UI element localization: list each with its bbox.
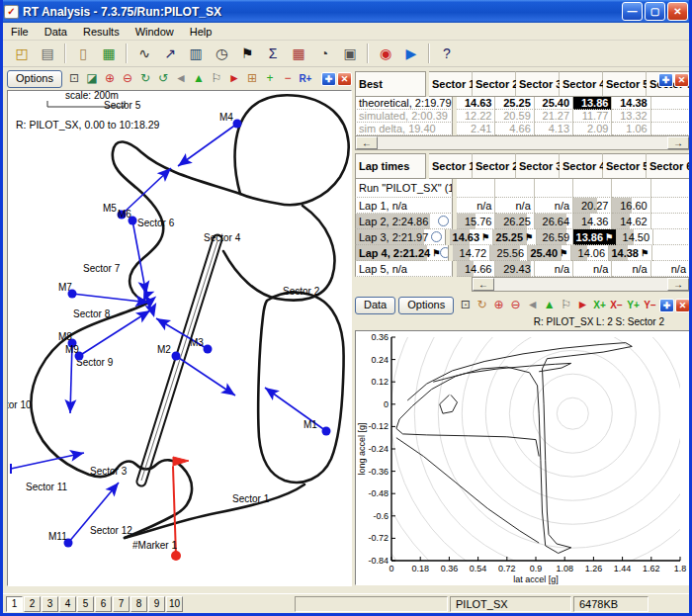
row-label[interactable]: Run "PILOT_SX" (10:18.29) (355, 179, 453, 198)
map-window-icon[interactable]: ▦ (97, 43, 121, 64)
column-header-sector-3[interactable]: Sector 3 (516, 71, 560, 97)
track-icon[interactable]: ∿ (132, 43, 156, 64)
hscrollbar[interactable]: ←→ (355, 135, 690, 150)
rotate-icon[interactable]: ↻ (474, 297, 490, 314)
x-minus-icon[interactable]: X− (608, 297, 625, 314)
flag-marker-icon[interactable]: ⚐ (558, 297, 574, 314)
stopwatch-icon[interactable]: ◷ (210, 43, 233, 64)
status-tab-5[interactable]: 5 (77, 596, 94, 612)
zoom-out-icon[interactable]: ⊖ (507, 297, 524, 314)
row-label[interactable]: theoretical, 2:19.79 (355, 97, 453, 110)
status-tab-10[interactable]: 10 (166, 596, 183, 612)
status-tab-9[interactable]: 9 (148, 596, 165, 612)
column-header-sector-3[interactable]: Sector 3 (516, 153, 560, 179)
marker-up-icon[interactable]: ▲ (190, 70, 208, 88)
close-panel-button[interactable]: ✕ (675, 299, 690, 312)
column-header-sector-1[interactable]: Sector 1 (429, 71, 473, 97)
next-marker-icon[interactable]: ► (225, 70, 243, 88)
row-label[interactable]: Lap 5, n/a (355, 261, 453, 277)
marker-up-icon[interactable]: ▲ (541, 297, 558, 314)
scroll-right-button[interactable]: → (667, 136, 689, 149)
title-bar[interactable]: ✓ RT Analysis - 7.3.75/Run:PILOT_SX — ▢ … (0, 0, 692, 23)
column-header-sector-5[interactable]: Sector 5 (603, 71, 647, 97)
status-tab-4[interactable]: 4 (59, 596, 76, 612)
column-header-sector-2[interactable]: Sector 2 (473, 71, 516, 97)
column-header-sector-1[interactable]: Sector 1 (429, 153, 473, 179)
status-tab-3[interactable]: 3 (42, 596, 58, 612)
scroll-left-button[interactable]: ← (473, 278, 494, 291)
table-icon[interactable]: ▦ (287, 43, 310, 64)
row-radio[interactable] (440, 247, 449, 258)
column-header-sector-6[interactable]: Sector 6 (647, 153, 690, 179)
row-label[interactable]: Lap 4, 2:21.24⚑ (355, 245, 449, 261)
status-tab-7[interactable]: 7 (113, 596, 130, 612)
scroll-right-button[interactable]: → (667, 278, 689, 291)
column-header-sector-4[interactable]: Sector 4 (560, 153, 603, 179)
finish-flag-icon[interactable]: ⚑ (235, 43, 259, 64)
zoom-out-icon[interactable]: ⊖ (119, 70, 136, 88)
y-minus-icon[interactable]: Y− (642, 297, 658, 314)
menu-data[interactable]: Data (37, 24, 75, 40)
marker-dot[interactable] (204, 345, 213, 354)
x-plus-icon[interactable]: X+ (591, 297, 608, 314)
marker-dot[interactable] (172, 352, 181, 361)
prev-marker-icon[interactable]: ◄ (172, 70, 190, 88)
pan-track-icon[interactable]: ◪ (83, 70, 101, 88)
menu-window[interactable]: Window (128, 24, 182, 40)
play-icon[interactable]: ▶ (399, 43, 423, 64)
rotate-cw-icon[interactable]: ↻ (136, 70, 154, 88)
row-label[interactable]: sim delta, 19.40 (355, 123, 453, 135)
row-radio[interactable] (431, 231, 442, 242)
clipboard-icon[interactable]: ▯ (71, 43, 95, 64)
status-tab-2[interactable]: 2 (24, 596, 41, 612)
node-add-icon[interactable]: + (261, 70, 279, 88)
close-button[interactable]: ✕ (667, 2, 688, 21)
gg-plot[interactable]: 00.180.360.540.720.91.081.261.441.621.80… (355, 330, 690, 585)
node-remove-icon[interactable]: − (279, 70, 297, 88)
next-marker-icon[interactable]: ► (574, 297, 591, 314)
map-options-button[interactable]: Options (7, 70, 62, 88)
status-tab-6[interactable]: 6 (95, 596, 112, 612)
flag-marker-icon[interactable]: ⚐ (208, 70, 225, 88)
gg-options-button[interactable]: Options (398, 297, 454, 314)
close-panel-button[interactable]: ✕ (337, 72, 352, 86)
hscrollbar[interactable]: ←→ (472, 277, 690, 292)
close-panel-button[interactable]: ✕ (674, 73, 689, 87)
status-tab-8[interactable]: 8 (130, 596, 147, 612)
time-chart-icon[interactable]: ◔ (312, 43, 336, 64)
move-panel-button[interactable]: ✚ (658, 73, 673, 87)
move-panel-button[interactable]: ✚ (659, 299, 674, 312)
open-icon[interactable]: ◰ (10, 43, 34, 64)
marker-dot[interactable] (233, 120, 242, 129)
move-panel-button[interactable]: ✚ (321, 72, 336, 86)
print-icon[interactable]: ▤ (36, 43, 59, 64)
sigma-icon[interactable]: Σ (261, 43, 285, 64)
column-header-sector-5[interactable]: Sector 5 (603, 153, 647, 179)
y-plus-icon[interactable]: Y+ (625, 297, 642, 314)
scroll-left-button[interactable]: ← (356, 136, 378, 149)
node-link-icon[interactable]: R+ (297, 70, 314, 88)
row-label[interactable]: simulated, 2:00.39 (355, 110, 453, 123)
zoom-in-icon[interactable]: ⊕ (101, 70, 119, 88)
zoom-region-icon[interactable]: ⊡ (65, 70, 83, 88)
user-marker-dot[interactable] (171, 551, 181, 561)
row-radio[interactable] (452, 98, 453, 109)
zoom-in-icon[interactable]: ⊕ (490, 297, 507, 314)
row-radio[interactable] (438, 216, 449, 226)
column-header-sector-2[interactable]: Sector 2 (473, 153, 516, 179)
menu-file[interactable]: File (3, 24, 37, 40)
pan-hand-icon[interactable]: ⊞ (243, 70, 261, 88)
status-tab-1[interactable]: 1 (6, 596, 23, 612)
help-icon[interactable]: ? (435, 43, 459, 64)
menu-results[interactable]: Results (75, 24, 128, 40)
bar-chart-icon[interactable]: ▥ (184, 43, 208, 64)
xy-chart-icon[interactable]: ↗ (158, 43, 182, 64)
video-icon[interactable]: ▣ (338, 43, 362, 64)
marker-dot[interactable] (322, 427, 331, 436)
menu-help[interactable]: Help (182, 24, 220, 40)
zoom-region-icon[interactable]: ⊡ (457, 297, 474, 314)
column-header-sector-4[interactable]: Sector 4 (560, 71, 603, 97)
prev-marker-icon[interactable]: ◄ (524, 297, 541, 314)
row-label[interactable]: Lap 1, n/a (355, 198, 453, 214)
gauge-icon[interactable]: ◉ (374, 43, 397, 64)
